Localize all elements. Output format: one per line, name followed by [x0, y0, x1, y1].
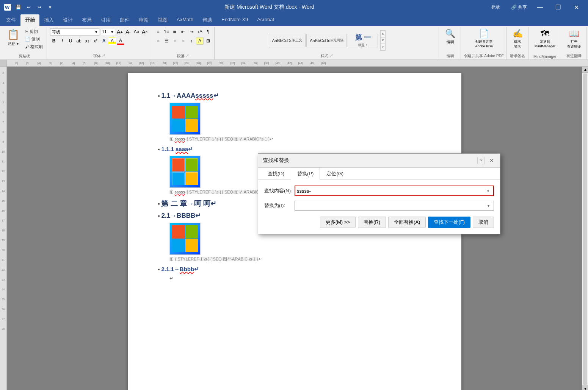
replace-dropdown-btn[interactable]: ▾ [485, 202, 492, 209]
dialog-title-bar: 查找和替换 ? ✕ [258, 154, 500, 168]
tab-file[interactable]: 文件 [2, 14, 20, 26]
bold-button[interactable]: B [50, 37, 58, 45]
undo-btn[interactable]: ↩ [24, 3, 33, 12]
paragraph-dialog-launcher[interactable]: ↗ [185, 54, 189, 58]
create-pdf-button[interactable]: 📄 创建并共享Adobe PDF [472, 28, 496, 49]
strikethrough-button[interactable]: ab [75, 37, 83, 45]
show-marks-button[interactable]: ¶ [204, 28, 212, 36]
paragraph-group-content: ≡ 1≡ ≣ ⇤ ⇥ ↕A ¶ ≡ ☰ ≡ ≡ ↕ A ⊞ [154, 28, 212, 53]
styles-scroll-up[interactable]: ▲ [380, 30, 386, 37]
tab-endnote[interactable]: EndNote X9 [217, 14, 252, 26]
find-replace-button[interactable]: 🔍 编辑 [442, 28, 458, 45]
italic-button[interactable]: I [58, 37, 66, 45]
login-button[interactable]: 登录 [484, 0, 507, 14]
underline-button[interactable]: U [67, 37, 74, 45]
sort-button[interactable]: ↕A [196, 28, 204, 36]
tab-help[interactable]: 帮助 [198, 14, 217, 26]
text-highlight-button[interactable]: A [108, 37, 116, 45]
replace-all-button[interactable]: 全部替换(A) [388, 217, 426, 228]
win-q4-2 [185, 172, 198, 186]
tab-design[interactable]: 设计 [58, 14, 77, 26]
style-heading1[interactable]: 第 一标题 1 [348, 34, 378, 47]
justify-button[interactable]: ≡ [179, 37, 187, 45]
heading-2-1-1-text[interactable]: 2.1.1→Bbbb↵ [161, 266, 199, 273]
copy-button[interactable]: 📄 复制 [24, 36, 44, 43]
superscript-button[interactable]: x² [92, 37, 99, 45]
tab-home[interactable]: 开始 [20, 14, 39, 26]
paste-button[interactable]: 📋 粘贴 ▾ [4, 28, 23, 47]
font-color-button[interactable]: A [117, 37, 124, 45]
styles-dialog-launcher[interactable]: ↗ [329, 54, 333, 58]
case-btn[interactable]: Aa [133, 28, 140, 36]
scroll-up-arrow[interactable]: ▲ [582, 67, 588, 73]
numbering-button[interactable]: 1≡ [163, 28, 170, 36]
scroll-down-arrow[interactable]: ▼ [582, 385, 588, 390]
share-button[interactable]: 🔗 共享 [508, 0, 530, 14]
tab-acrobat[interactable]: Acrobat [252, 14, 279, 26]
font-dialog-launcher[interactable]: ↗ [102, 54, 105, 58]
increase-font-btn[interactable]: A+ [116, 28, 124, 36]
font-size-select[interactable]: 11▾ [100, 29, 115, 35]
tab-references[interactable]: 引用 [96, 14, 115, 26]
customize-qa[interactable]: ▾ [45, 3, 55, 12]
tab-axmath[interactable]: AxMath [172, 14, 198, 26]
sign-button[interactable]: ✍ 请求签名 [510, 28, 526, 50]
redo-btn[interactable]: ↪ [35, 3, 44, 12]
tab-find[interactable]: 查找(D) [261, 168, 291, 179]
dialog-help-button[interactable]: ? [477, 157, 485, 164]
dialog-close-button[interactable]: ✕ [488, 157, 495, 164]
font-family-select[interactable]: 等线▾ [50, 28, 99, 36]
vertical-scrollbar[interactable]: ▲ ▼ [582, 67, 588, 390]
clear-format-btn[interactable]: A✕ [141, 28, 149, 36]
styles-scroll: ▲ ▼ ▾ [380, 30, 386, 51]
format-painter-button[interactable]: 🖌 格式刷 [24, 43, 44, 50]
dialog-body: 查找内容(N): ▾ 替换为(I): ▾ 更多(M) >> 替换(R) 全部替换… [258, 179, 500, 234]
replace-input[interactable] [296, 203, 485, 209]
replace-button[interactable]: 替换(R) [358, 217, 386, 228]
tab-replace[interactable]: 替换(P) [291, 168, 320, 179]
tab-layout[interactable]: 布局 [77, 14, 96, 26]
tab-view[interactable]: 视图 [153, 14, 172, 26]
tab-review[interactable]: 审阅 [134, 14, 153, 26]
heading-ch2-text[interactable]: 第 二 章→呵 呵↵ [161, 199, 216, 209]
mindmanager-button[interactable]: 🗺 发送到MindManager [532, 28, 558, 49]
heading-2-1-text[interactable]: 2.1→BBBB↵ [161, 212, 201, 220]
align-center-button[interactable]: ☰ [163, 37, 170, 45]
styles-scroll-down[interactable]: ▼ [380, 37, 386, 44]
line-spacing-button[interactable]: ↕ [188, 37, 195, 45]
find-input[interactable] [297, 188, 484, 194]
more-button[interactable]: 更多(M) >> [320, 217, 356, 228]
find-dropdown-btn[interactable]: ▾ [484, 187, 492, 195]
borders-button[interactable]: ⊞ [204, 37, 212, 45]
subscript-button[interactable]: x₂ [83, 37, 91, 45]
restore-button[interactable]: ❐ [549, 0, 567, 14]
heading-1-1-text[interactable]: 1.1→AAAAsssss↵ [161, 92, 218, 100]
bullets-button[interactable]: ≡ [154, 28, 162, 36]
style-no-spacing[interactable]: AaBbCcDdE无间隔 [306, 34, 347, 47]
tab-insert[interactable]: 插入 [39, 14, 58, 26]
text-effects-button[interactable]: A [100, 37, 108, 45]
scroll-thumb[interactable] [583, 73, 587, 385]
find-next-button[interactable]: 查找下一处(F) [428, 217, 470, 228]
dialog-tabs: 查找(D) 替换(P) 定位(G) [258, 168, 500, 179]
heading-1-1-1-text[interactable]: 1.1.1 aaaa↵ [161, 146, 193, 153]
font-label: 字体 ↗ [93, 53, 106, 59]
styles-expand[interactable]: ▾ [380, 44, 386, 51]
tab-mailings[interactable]: 邮件 [115, 14, 134, 26]
left-ruler: 2 3 4 5 6 7 8 9 10 11 12 13 14 15 16 17 … [0, 67, 7, 390]
close-button[interactable]: ✕ [568, 0, 585, 14]
decrease-indent-button[interactable]: ⇤ [179, 28, 187, 36]
save-btn[interactable]: 💾 [14, 3, 23, 12]
align-right-button[interactable]: ≡ [171, 37, 179, 45]
cut-button[interactable]: ✂ 剪切 [24, 28, 44, 35]
tab-goto[interactable]: 定位(G) [320, 168, 350, 179]
increase-indent-button[interactable]: ⇥ [188, 28, 195, 36]
decrease-font-btn[interactable]: A- [124, 28, 132, 36]
cancel-button[interactable]: 取消 [473, 217, 494, 228]
open-youdao-button[interactable]: 📖 打开有道翻译 [564, 28, 584, 50]
minimize-button[interactable]: — [531, 0, 549, 14]
shading-button[interactable]: A [196, 37, 204, 45]
style-normal[interactable]: AaBbCcDdE正文 [269, 34, 306, 47]
align-left-button[interactable]: ≡ [154, 37, 162, 45]
multilevel-list-button[interactable]: ≣ [171, 28, 179, 36]
